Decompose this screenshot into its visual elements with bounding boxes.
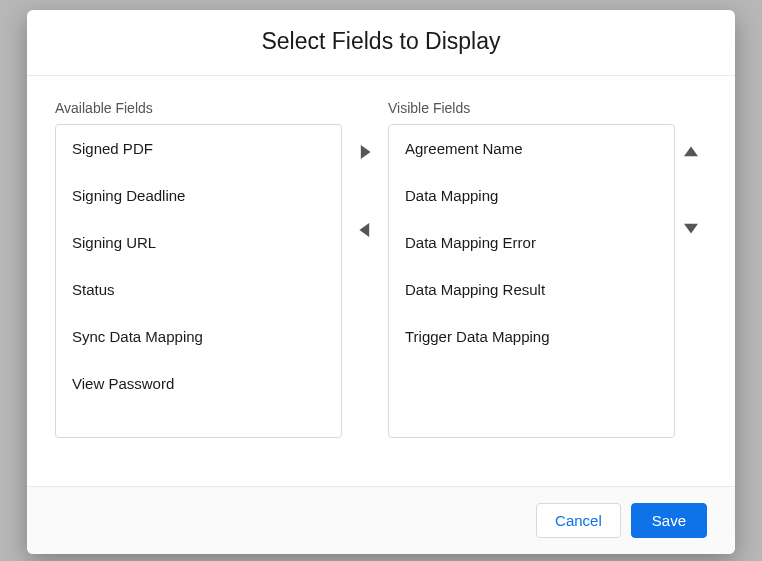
visible-item[interactable]: Data Mapping Error [389, 219, 674, 266]
dialog-title: Select Fields to Display [261, 28, 500, 54]
available-item[interactable]: Sync Data Mapping [56, 313, 341, 360]
available-fields-listbox[interactable]: Signed PDFSigning DeadlineSigning URLSta… [55, 124, 342, 438]
dialog-header: Select Fields to Display [27, 10, 735, 76]
move-right-button[interactable] [351, 138, 379, 166]
modal-backdrop: Select Fields to Display Available Field… [0, 0, 762, 561]
visible-column: Visible Fields Agreement NameData Mappin… [388, 100, 675, 438]
visible-item[interactable]: Data Mapping Result [389, 266, 674, 313]
dialog-body: Available Fields Signed PDFSigning Deadl… [27, 76, 735, 486]
visible-item[interactable]: Data Mapping [389, 172, 674, 219]
move-left-button[interactable] [351, 216, 379, 244]
svg-marker-0 [361, 145, 371, 159]
svg-marker-1 [359, 223, 369, 237]
available-fields-label: Available Fields [55, 100, 342, 116]
cancel-button[interactable]: Cancel [536, 503, 621, 538]
visible-item[interactable]: Agreement Name [389, 125, 674, 172]
move-controls [342, 100, 388, 244]
dialog-footer: Cancel Save [27, 486, 735, 554]
chevron-up-icon [684, 145, 698, 159]
save-button[interactable]: Save [631, 503, 707, 538]
dual-list-picker: Available Fields Signed PDFSigning Deadl… [55, 100, 707, 438]
available-item[interactable]: Signed PDF [56, 125, 341, 172]
select-fields-dialog: Select Fields to Display Available Field… [27, 10, 735, 554]
svg-marker-2 [684, 146, 698, 156]
chevron-left-icon [358, 223, 372, 237]
available-item[interactable]: View Password [56, 360, 341, 407]
move-down-button[interactable] [677, 214, 705, 242]
available-item[interactable]: Status [56, 266, 341, 313]
chevron-right-icon [358, 145, 372, 159]
svg-marker-3 [684, 224, 698, 234]
available-item[interactable]: Signing Deadline [56, 172, 341, 219]
reorder-controls [675, 100, 707, 242]
available-item[interactable]: Signing URL [56, 219, 341, 266]
move-up-button[interactable] [677, 138, 705, 166]
chevron-down-icon [684, 221, 698, 235]
visible-fields-listbox[interactable]: Agreement NameData MappingData Mapping E… [388, 124, 675, 438]
available-column: Available Fields Signed PDFSigning Deadl… [55, 100, 342, 438]
visible-item[interactable]: Trigger Data Mapping [389, 313, 674, 360]
visible-fields-label: Visible Fields [388, 100, 675, 116]
